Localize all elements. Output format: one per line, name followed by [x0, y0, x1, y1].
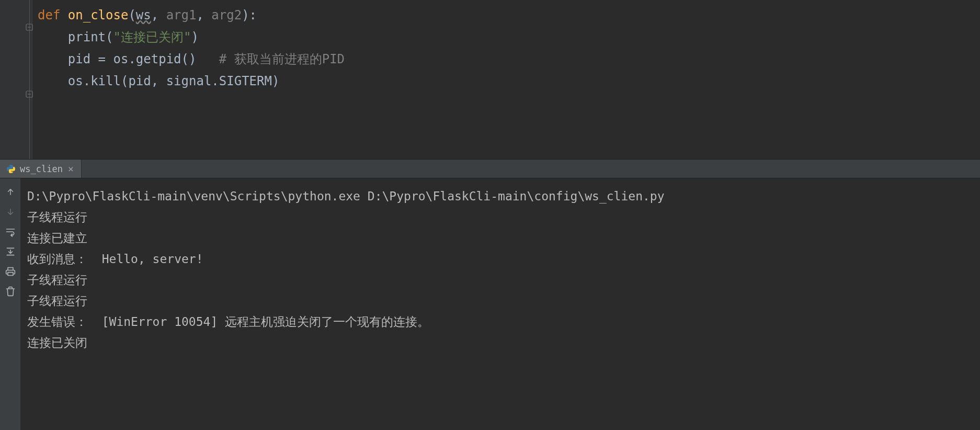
python-icon [6, 164, 16, 174]
code-line: os.kill(pid, signal.SIGTERM) [38, 70, 980, 92]
code-token: def [38, 8, 68, 22]
run-tabs: ws_clien × [0, 160, 980, 178]
code-token: "连接已关闭" [113, 30, 191, 44]
run-tab-label: ws_clien [20, 164, 63, 174]
run-tool-window: ws_clien × [0, 159, 980, 430]
console-line: 子线程运行 [27, 269, 974, 290]
code-editor[interactable]: def on_close(ws, arg1, arg2): print("连接已… [0, 0, 980, 159]
code-token: on_close [68, 8, 129, 22]
console-output[interactable]: D:\Pypro\FlaskCli-main\venv\Scripts\pyth… [21, 178, 980, 430]
console-line: 连接已建立 [27, 228, 974, 248]
print-icon[interactable] [4, 265, 17, 278]
run-body: D:\Pypro\FlaskCli-main\venv\Scripts\pyth… [0, 178, 980, 430]
console-line: 子线程运行 [27, 290, 974, 311]
up-arrow-icon[interactable] [4, 186, 17, 198]
code-line: print("连接已关闭") [38, 26, 980, 48]
console-line: 收到消息： Hello, server! [27, 248, 974, 269]
down-arrow-icon[interactable] [4, 206, 17, 218]
console-line: 发生错误： [WinError 10054] 远程主机强迫关闭了一个现有的连接。 [27, 311, 974, 332]
code-token: os.kill(pid, signal.SIGTERM) [68, 74, 280, 88]
code-token: pid = os.getpid() [68, 52, 219, 66]
code-line: pid = os.getpid() # 获取当前进程的PID [38, 48, 980, 70]
code-token: # 获取当前进程的PID [219, 52, 345, 66]
ide-window: def on_close(ws, arg1, arg2): print("连接已… [0, 0, 980, 430]
close-icon[interactable]: × [68, 163, 74, 174]
code-line: def on_close(ws, arg1, arg2): [38, 4, 980, 26]
code-token: ) [191, 30, 198, 44]
trash-icon[interactable] [4, 285, 17, 298]
scroll-to-end-icon[interactable] [4, 245, 17, 258]
code-token: arg1 [166, 8, 197, 22]
code-token: , [151, 8, 166, 22]
code-token: , [196, 8, 211, 22]
run-tab-ws-clien[interactable]: ws_clien × [0, 160, 82, 178]
code-token: ): [242, 8, 257, 22]
run-toolbar [0, 178, 21, 430]
code-content[interactable]: def on_close(ws, arg1, arg2): print("连接已… [32, 0, 980, 159]
console-line: 子线程运行 [27, 207, 974, 228]
soft-wrap-icon[interactable] [4, 225, 17, 238]
console-line: 连接已关闭 [27, 332, 974, 353]
code-token: ( [128, 8, 135, 22]
console-line: D:\Pypro\FlaskCli-main\venv\Scripts\pyth… [27, 186, 974, 207]
fold-toggle-icon[interactable] [25, 23, 33, 31]
code-token: print( [68, 30, 113, 44]
fold-end-icon[interactable] [25, 90, 33, 98]
editor-gutter [0, 0, 32, 159]
code-token: ws [136, 8, 151, 22]
code-token: arg2 [211, 8, 242, 22]
